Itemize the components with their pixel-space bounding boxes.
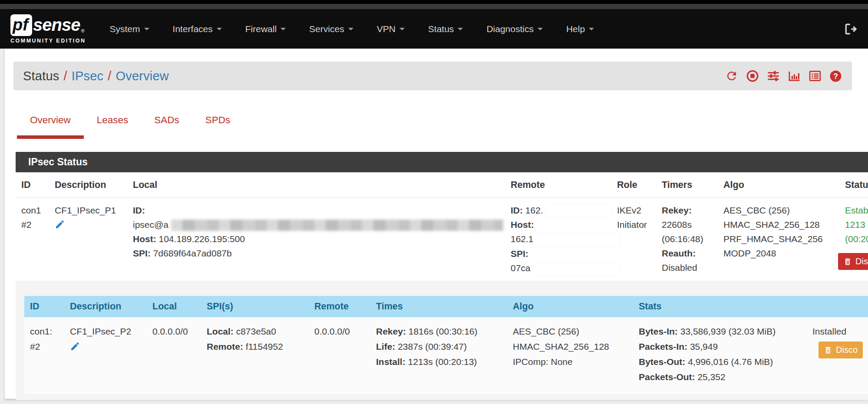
nav-item-label: Services (309, 24, 344, 34)
window-title-strip (0, 4, 868, 9)
ipsec-status-panel: IPsec Status ID Description Local Remote… (16, 152, 868, 400)
chevron-down-icon (589, 28, 594, 30)
tab-leases[interactable]: Leases (84, 110, 142, 139)
nav-item-firewall[interactable]: Firewall (234, 24, 297, 34)
cell-description: CF1_IPsec_P2 (64, 317, 147, 394)
edit-icon[interactable] (55, 219, 122, 233)
redacted-text (546, 204, 611, 217)
cell-spis: Local: c873e5a0 Remote: f1154952 (201, 317, 309, 394)
disconnect-child-button[interactable]: Disco (818, 342, 863, 358)
column-header-local: Local (127, 172, 505, 197)
child-header-remote: Remote (309, 296, 370, 317)
child-header-blank (807, 296, 868, 317)
cell-id: con1: #2 (24, 317, 64, 394)
bar-chart-icon[interactable] (787, 69, 801, 83)
page-title: Status/IPsec/Overview (23, 69, 169, 83)
redacted-text (536, 233, 621, 246)
edit-icon[interactable] (70, 341, 141, 356)
chevron-down-icon (458, 28, 463, 30)
brand-name: sense (33, 15, 80, 35)
tab-sads[interactable]: SADs (141, 110, 192, 139)
breadcrumb-link-overview[interactable]: Overview (116, 69, 168, 83)
nav-item-label: VPN (377, 24, 396, 34)
trash-icon (824, 346, 832, 355)
cell-local: 0.0.0.0/0 (147, 317, 201, 394)
nav-item-vpn[interactable]: VPN (365, 24, 416, 34)
pfsense-logo[interactable]: pf sense ® COMMUNITY EDITION (10, 14, 86, 44)
svg-text:?: ? (833, 72, 838, 80)
window-top-edge (0, 0, 868, 4)
stop-circle-icon[interactable] (746, 69, 759, 83)
child-header-local: Local (147, 296, 201, 317)
nav-item-status[interactable]: Status (416, 24, 475, 34)
column-header-timers: Timers (656, 172, 718, 197)
main-menu: System Interfaces Firewall Services VPN … (98, 24, 606, 34)
child-sa-section: ID Description Local SPI(s) Remote Times… (16, 281, 868, 400)
cell-id: con1 #2 (16, 197, 49, 281)
cell-timers: Rekey: 22608s (06:16:48) Reauth: Disable… (656, 197, 718, 281)
chevron-down-icon (217, 28, 222, 30)
child-header-algo: Algo (507, 296, 633, 317)
nav-item-label: Help (566, 24, 585, 34)
panel-title-text: IPsec Status (28, 156, 88, 168)
child-header-id: ID (24, 296, 64, 317)
cell-algo: AES_CBC (256) HMAC_SHA2_256_128 IPComp: … (507, 317, 633, 394)
cell-remote: 0.0.0.0/0 (309, 317, 370, 394)
cell-role: IKEv2 Initiator (611, 197, 656, 281)
breadcrumb-section: Status (23, 69, 59, 83)
column-header-description: Description (49, 172, 127, 197)
column-header-id: ID (16, 172, 49, 197)
child-header-spis: SPI(s) (201, 296, 309, 317)
column-header-remote: Remote (505, 172, 611, 197)
brand-tagline: COMMUNITY EDITION (10, 38, 86, 44)
nav-item-system[interactable]: System (98, 24, 161, 34)
chevron-down-icon (281, 28, 286, 30)
column-header-role: Role (611, 172, 656, 197)
list-icon[interactable] (808, 69, 822, 83)
chevron-down-icon (144, 28, 149, 30)
disconnect-button[interactable]: Dis (838, 253, 868, 270)
column-header-status: Status (839, 172, 868, 197)
page-content: Status/IPsec/Overview ? Overview (5, 49, 868, 399)
cell-status: Establ 1213 s (00:20 Dis (839, 197, 868, 281)
cell-description: CF1_IPsec_P1 (49, 197, 127, 281)
child-header-description: Description (64, 296, 147, 317)
logout-button[interactable] (844, 22, 858, 36)
nav-item-diagnostics[interactable]: Diagnostics (475, 24, 554, 34)
cell-stats: Bytes-In: 33,586,939 (32.03 MiB) Packets… (633, 317, 807, 394)
breadcrumb-separator: / (108, 69, 111, 83)
tab-spds[interactable]: SPDs (192, 110, 244, 139)
cell-remote: ID: 162. Host: 162.1 SPI: 07ca (505, 197, 611, 281)
sliders-icon[interactable] (766, 69, 780, 83)
registered-mark: ® (81, 28, 84, 33)
child-header-times: Times (370, 296, 507, 317)
top-navbar: pf sense ® COMMUNITY EDITION System Inte… (0, 9, 868, 49)
panel-title: IPsec Status (16, 152, 868, 172)
nav-item-label: Firewall (245, 24, 277, 34)
section-tabs: Overview Leases SADs SPDs (17, 110, 868, 139)
help-icon[interactable]: ? (829, 69, 842, 83)
redacted-text (533, 262, 620, 275)
cell-algo: AES_CBC (256) HMAC_SHA2_256_128 PRF_HMAC… (718, 197, 839, 281)
nav-item-help[interactable]: Help (554, 24, 606, 34)
nav-item-interfaces[interactable]: Interfaces (161, 24, 234, 34)
nav-item-label: Diagnostics (486, 24, 534, 34)
chevron-down-icon (348, 28, 353, 30)
chevron-down-icon (399, 28, 405, 30)
sign-out-icon (844, 22, 858, 36)
breadcrumb: Status/IPsec/Overview ? (13, 62, 852, 90)
cell-local: ID: ipsec@a Host: 104.189.226.195:500 SP… (127, 197, 505, 281)
breadcrumb-link-ipsec[interactable]: IPsec (72, 69, 104, 83)
nav-item-label: Interfaces (173, 24, 213, 34)
trash-icon (843, 257, 852, 266)
column-header-algo: Algo (718, 172, 839, 197)
cell-times: Rekey: 1816s (00:30:16) Life: 2387s (00:… (370, 317, 507, 394)
cell-status: Installed Disco (807, 317, 868, 394)
child-header-stats: Stats (633, 296, 807, 317)
tab-overview[interactable]: Overview (17, 110, 84, 139)
redacted-text (171, 220, 503, 231)
child-sa-table: ID Description Local SPI(s) Remote Times… (24, 296, 868, 394)
nav-item-services[interactable]: Services (297, 24, 365, 34)
refresh-icon[interactable] (725, 69, 738, 83)
pf-logo-mark: pf (10, 14, 32, 36)
